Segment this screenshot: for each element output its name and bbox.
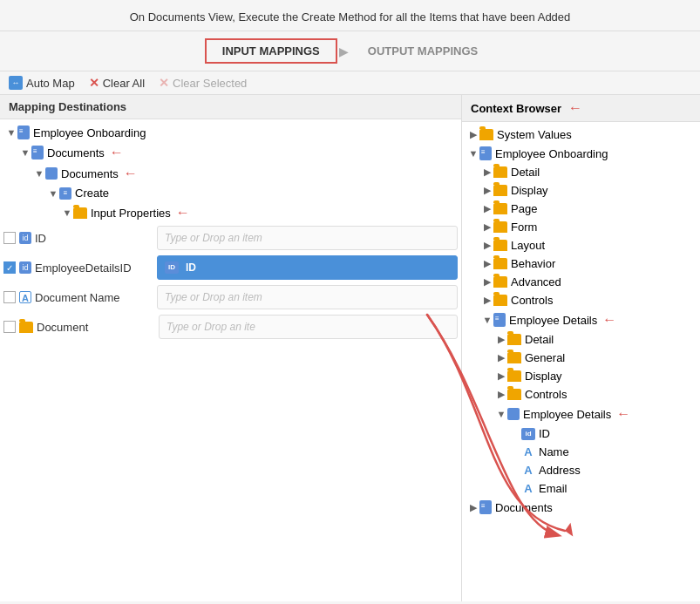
drop-zone-employee-details-id[interactable]: ID ID (157, 255, 458, 280)
folder-icon-ctx-detail (493, 166, 507, 178)
drop-zone-document-name[interactable]: Type or Drop an item (157, 285, 458, 309)
ctx-item-display-2[interactable]: ▶ Display (462, 367, 700, 385)
right-panel: Context Browser ← ▶ System Values ▼ Empl… (462, 95, 700, 601)
content-wrapper: Mapping Destinations ▼ Employee Onboardi… (0, 95, 700, 601)
automap-button[interactable]: ↔ Auto Map (9, 76, 75, 90)
folder-icon-ctx-display (493, 185, 507, 196)
toggle-create[interactable]: ▼ (47, 188, 59, 199)
ctx-item-name[interactable]: A Name (462, 443, 700, 461)
cube-icon-ctx-employee-details-2 (507, 408, 520, 420)
automap-icon: ↔ (9, 76, 23, 90)
checkbox-document[interactable] (3, 321, 16, 333)
ctx-item-layout[interactable]: ▶ Layout (462, 236, 700, 254)
toggle-system-values[interactable]: ▶ (467, 129, 479, 140)
folder-icon-ctx-controls (493, 295, 507, 306)
ctx-item-general[interactable]: ▶ General (462, 349, 700, 367)
ctx-item-page[interactable]: ▶ Page (462, 200, 700, 218)
ctx-item-employee-details-2[interactable]: ▼ Employee Details ← (462, 404, 700, 424)
tab-input-mappings[interactable]: INPUT MAPPINGS (205, 38, 337, 64)
toggle-ctx-form[interactable]: ▶ (481, 221, 493, 233)
folder-icon-ctx-behavior (493, 258, 507, 269)
toggle-ctx-documents-bottom[interactable]: ▶ (467, 502, 479, 513)
checkbox-document-name[interactable] (3, 291, 16, 303)
toggle-documents-1[interactable]: ▼ (19, 147, 31, 158)
label-ctx-employee-onboarding: Employee Onboarding (495, 147, 608, 160)
tree-item-create[interactable]: ▼ ≡ Create (0, 184, 461, 202)
context-tree: ▶ System Values ▼ Employee Onboarding ▶ … (462, 122, 700, 520)
toolbar: ↔ Auto Map ✕ Clear All ✕ Clear Selected (0, 71, 700, 95)
ctx-item-display[interactable]: ▶ Display (462, 181, 700, 200)
toggle-ctx-controls-2[interactable]: ▶ (495, 389, 507, 400)
id-field-icon-id: id (521, 428, 535, 440)
ctx-item-detail[interactable]: ▶ Detail (462, 163, 700, 181)
tab-output-mappings[interactable]: OUTPUT MAPPINGS (350, 38, 495, 64)
folder-icon-ctx-general (507, 352, 521, 363)
left-tree: ▼ Employee Onboarding ▼ Documents ← ▼ Do… (0, 119, 461, 345)
toggle-ctx-detail[interactable]: ▶ (481, 166, 493, 178)
folder-icon-system-values (479, 129, 493, 140)
checkbox-employee-details-id[interactable] (3, 261, 16, 274)
drop-zone-id[interactable]: Type or Drop an item (157, 226, 458, 250)
id-badge-icon: ID (165, 261, 179, 274)
ctx-item-controls[interactable]: ▶ Controls (462, 291, 700, 309)
label-ctx-controls-2: Controls (525, 388, 567, 401)
toggle-ctx-page[interactable]: ▶ (481, 203, 493, 214)
label-ctx-general: General (525, 351, 565, 364)
toggle-ctx-employee-details-1[interactable]: ▼ (481, 315, 493, 325)
ctx-item-controls-2[interactable]: ▶ Controls (462, 385, 700, 404)
ctx-item-advanced[interactable]: ▶ Advanced (462, 273, 700, 291)
folder-icon-ctx-controls-2 (507, 389, 521, 400)
label-ctx-documents-bottom: Documents (495, 501, 553, 514)
label-input-properties: Input Properties (91, 207, 171, 220)
folder-icon-ctx-advanced (493, 276, 507, 288)
checkbox-id[interactable] (3, 232, 16, 244)
ctx-item-detail-2[interactable]: ▶ Detail (462, 330, 700, 349)
toggle-ctx-display[interactable]: ▶ (481, 185, 493, 196)
toggle-input-properties[interactable]: ▼ (61, 207, 73, 218)
toggle-ctx-employee-onboarding[interactable]: ▼ (467, 148, 479, 159)
ctx-item-employee-details-1[interactable]: ▼ Employee Details ← (462, 309, 700, 330)
ctx-item-behavior[interactable]: ▶ Behavior (462, 254, 700, 273)
ctx-item-documents-bottom[interactable]: ▶ Documents (462, 498, 700, 517)
tree-item-employee-onboarding[interactable]: ▼ Employee Onboarding (0, 123, 461, 142)
toggle-ctx-advanced[interactable]: ▶ (481, 276, 493, 288)
banner-text: On Documents View, Execute the Create Me… (130, 10, 571, 24)
toggle-ctx-behavior[interactable]: ▶ (481, 258, 493, 269)
arrow-documents-2: ← (124, 166, 138, 181)
toggle-ctx-controls[interactable]: ▶ (481, 295, 493, 306)
toggle-documents-2[interactable]: ▼ (33, 168, 45, 179)
ctx-item-employee-onboarding[interactable]: ▼ Employee Onboarding (462, 144, 700, 163)
label-employee-onboarding: Employee Onboarding (33, 126, 146, 139)
ctx-item-id[interactable]: id ID (462, 424, 700, 443)
ctx-item-system-values[interactable]: ▶ System Values (462, 126, 700, 144)
label-system-values: System Values (497, 128, 572, 141)
ctx-item-email[interactable]: A Email (462, 479, 700, 498)
field-row-employee-details-id: id EmployeeDetailsID ID ID (0, 253, 461, 282)
field-type-icon-employee-details-id: id (19, 261, 31, 274)
cube-icon-documents-2 (45, 167, 58, 180)
clear-selected-button[interactable]: ✕ Clear Selected (159, 76, 247, 90)
drop-zone-id-placeholder: Type or Drop an item (165, 232, 262, 244)
drop-zone-document[interactable]: Type or Drop an ite (159, 315, 458, 339)
folder-icon-ctx-display-2 (507, 370, 521, 382)
field-row-id: id ID Type or Drop an item (0, 223, 461, 253)
clear-all-button[interactable]: ✕ Clear All (89, 76, 145, 90)
toggle-ctx-employee-details-2[interactable]: ▼ (495, 409, 507, 419)
clear-all-label: Clear All (103, 77, 145, 90)
ctx-item-address[interactable]: A Address (462, 461, 700, 479)
toggle-ctx-general[interactable]: ▶ (495, 352, 507, 363)
field-label-employee-details-id: EmployeeDetailsID (35, 261, 157, 275)
folder-icon-ctx-layout (493, 240, 507, 251)
toggle-ctx-detail-2[interactable]: ▶ (495, 334, 507, 345)
label-ctx-employee-details-1: Employee Details (509, 314, 597, 327)
toggle-ctx-display-2[interactable]: ▶ (495, 370, 507, 382)
label-ctx-behavior: Behavior (511, 257, 555, 270)
context-browser-header: Context Browser ← (462, 95, 700, 122)
field-label-document: Document (37, 321, 159, 334)
tree-item-documents-1[interactable]: ▼ Documents ← (0, 142, 461, 163)
toggle-ctx-layout[interactable]: ▶ (481, 240, 493, 251)
ctx-item-form[interactable]: ▶ Form (462, 218, 700, 236)
tree-item-input-properties[interactable]: ▼ Input Properties ← (0, 202, 461, 223)
tree-item-documents-2[interactable]: ▼ Documents ← (0, 163, 461, 184)
toggle-employee-onboarding[interactable]: ▼ (5, 127, 17, 138)
